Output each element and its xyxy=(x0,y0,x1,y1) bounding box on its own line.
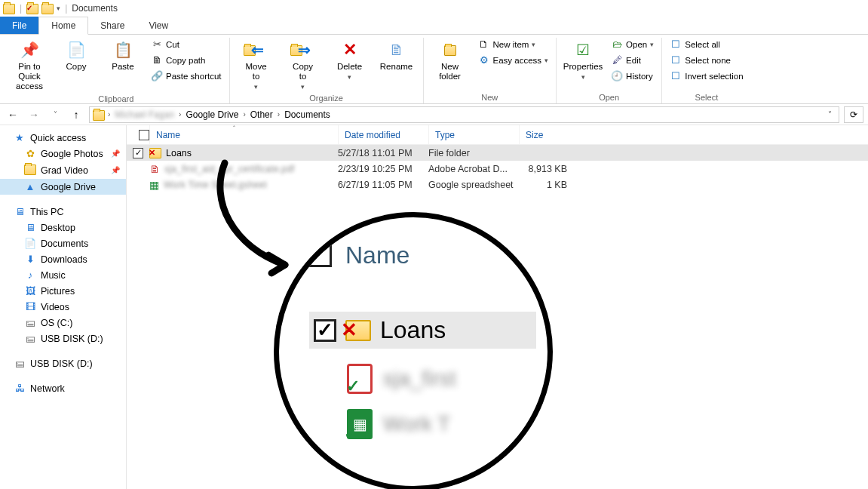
scissors-icon: ✂ xyxy=(151,38,163,50)
sidebar-usb-disk-2[interactable]: 🖴 USB DISK (D:) xyxy=(0,355,126,371)
sidebar-quick-access[interactable]: ★ Quick access xyxy=(0,130,126,146)
folder-icon xyxy=(24,164,36,177)
sidebar-google-drive[interactable]: ▲ Google Drive xyxy=(0,179,126,195)
sidebar-network[interactable]: 🖧 Network xyxy=(0,380,126,396)
copy-button[interactable]: 📄 Copy xyxy=(54,38,98,73)
paste-shortcut-button[interactable]: 🔗 Paste shortcut xyxy=(148,69,225,82)
nav-recent-button[interactable]: ˅ xyxy=(47,106,63,123)
sidebar-music[interactable]: ♪ Music xyxy=(0,267,126,283)
new-item-button[interactable]: 🗋 New item xyxy=(475,38,552,51)
breadcrumb-chev-0[interactable]: › xyxy=(105,110,113,118)
this-pc-icon: 🖥 xyxy=(14,206,26,217)
history-icon: 🕘 xyxy=(611,70,623,82)
row-checkbox[interactable] xyxy=(133,148,143,158)
ribbon-label-new: New xyxy=(428,91,552,103)
breadcrumb-other[interactable]: Other xyxy=(249,109,275,120)
select-all-button[interactable]: ☐ Select all xyxy=(667,38,746,51)
open-button[interactable]: 🗁 Open xyxy=(608,38,657,51)
invert-selection-button[interactable]: ☐ Invert selection xyxy=(667,69,746,82)
tab-home[interactable]: Home xyxy=(38,17,88,35)
disk-icon: 🖴 xyxy=(24,317,36,328)
music-icon: ♪ xyxy=(24,269,36,281)
usb-icon: 🖴 xyxy=(24,333,36,344)
edit-icon: 🖉 xyxy=(611,54,623,66)
row-date: 2/23/19 10:25 PM xyxy=(338,164,428,174)
column-header-date[interactable]: Date modified xyxy=(338,125,428,144)
column-header-type[interactable]: Type xyxy=(428,125,519,144)
move-to-icon xyxy=(244,39,268,60)
nav-up-button[interactable]: ↑ xyxy=(68,106,84,123)
cut-button[interactable]: ✂ Cut xyxy=(148,38,225,51)
row-type: Adobe Acrobat D... xyxy=(428,164,519,174)
sidebar-grad-video[interactable]: Grad Video 📌 xyxy=(0,161,126,179)
pin-icon: 📌 xyxy=(20,39,39,60)
pin-icon: 📌 xyxy=(111,166,120,174)
new-item-icon: 🗋 xyxy=(478,38,490,50)
sidebar-google-photos[interactable]: ✿ Google Photos 📌 xyxy=(0,146,126,161)
sidebar-pictures[interactable]: 🖼 Pictures xyxy=(0,283,126,299)
refresh-button[interactable]: ⟳ xyxy=(844,106,863,123)
google-photos-icon: ✿ xyxy=(24,148,36,159)
zoom-loans-label: Loans xyxy=(380,316,446,344)
rename-button[interactable]: 🗎 Rename xyxy=(375,38,419,73)
new-folder-button[interactable]: New folder xyxy=(428,38,472,83)
pin-to-quick-access-button[interactable]: 📌 Pin to Quick access xyxy=(8,38,51,93)
select-none-icon: ☐ xyxy=(670,54,682,66)
copy-path-icon: 🗎 xyxy=(151,54,163,66)
pdf-icon: 🗎 xyxy=(149,163,160,175)
edit-button[interactable]: 🖉 Edit xyxy=(608,54,657,66)
sidebar-downloads[interactable]: ⬇ Downloads xyxy=(0,251,126,267)
sidebar-desktop[interactable]: 🖥 Desktop xyxy=(0,220,126,235)
sidebar-this-pc[interactable]: 🖥 This PC xyxy=(0,204,126,220)
breadcrumb-chev-1[interactable]: › xyxy=(176,110,184,118)
copy-icon: 📄 xyxy=(67,39,86,60)
zoom-folder-error-icon xyxy=(345,320,371,341)
nav-forward-button[interactable]: → xyxy=(26,106,42,123)
rename-icon: 🗎 xyxy=(389,39,404,60)
address-bar[interactable]: › Michael Fagan › Google Drive › Other ›… xyxy=(89,106,839,123)
breadcrumb-documents[interactable]: Documents xyxy=(283,109,332,120)
paste-button[interactable]: 📋 Paste xyxy=(101,38,145,73)
column-headers: Name ˆ Date modified Type Size xyxy=(127,125,868,145)
column-header-checkbox[interactable] xyxy=(133,125,149,144)
sidebar-documents[interactable]: 📄 Documents xyxy=(0,235,126,251)
main-area: ★ Quick access ✿ Google Photos 📌 Grad Vi… xyxy=(0,125,868,489)
desktop-icon: 🖥 xyxy=(24,222,36,233)
title-sep-1: | xyxy=(18,3,23,14)
copy-to-button[interactable]: Copy to xyxy=(281,38,325,92)
ribbon-label-clipboard: Clipboard xyxy=(8,93,225,105)
sidebar-videos[interactable]: 🎞 Videos xyxy=(0,299,126,315)
delete-button[interactable]: ✕ Delete xyxy=(328,38,372,82)
pictures-icon: 🖼 xyxy=(24,285,36,297)
copy-path-button[interactable]: 🗎 Copy path xyxy=(148,54,225,66)
row-date: 5/27/18 11:01 PM xyxy=(338,148,428,158)
column-header-name[interactable]: Name ˆ xyxy=(149,125,338,144)
tab-view[interactable]: View xyxy=(136,17,180,34)
breadcrumb-chev-3[interactable]: › xyxy=(275,110,283,118)
select-none-button[interactable]: ☐ Select none xyxy=(667,54,746,66)
downloads-icon: ⬇ xyxy=(24,254,36,265)
select-all-checkbox[interactable] xyxy=(139,130,149,140)
history-button[interactable]: 🕘 History xyxy=(608,69,657,82)
row-name: Loans xyxy=(166,148,192,158)
nav-back-button[interactable]: ← xyxy=(5,106,21,123)
breadcrumb-user[interactable]: Michael Fagan xyxy=(113,109,176,120)
breadcrumb-chev-2[interactable]: › xyxy=(240,110,248,118)
row-type: Google spreadsheet xyxy=(428,180,519,190)
column-header-size[interactable]: Size xyxy=(519,125,573,144)
ribbon-label-organize: Organize xyxy=(235,92,419,104)
ribbon-group-organize: Move to Copy to ✕ Delete 🗎 Rename Organi… xyxy=(230,38,424,103)
tab-file[interactable]: File xyxy=(0,17,38,34)
qat-drop[interactable]: ▾ xyxy=(57,5,60,12)
ribbon-group-new: New folder 🗋 New item ⚙ Easy access New xyxy=(424,38,557,103)
sidebar-usb-disk-1[interactable]: 🖴 USB DISK (D:) xyxy=(0,331,126,346)
sidebar-os-c[interactable]: 🖴 OS (C:) xyxy=(0,315,126,331)
properties-button[interactable]: ☑ Properties xyxy=(561,38,605,82)
breadcrumb-google-drive[interactable]: Google Drive xyxy=(184,109,240,120)
move-to-button[interactable]: Move to xyxy=(235,38,278,92)
zoom-name-header: Name xyxy=(345,241,409,269)
zoom-column-header: Name xyxy=(309,241,536,269)
address-drop[interactable]: ˅ xyxy=(824,109,836,119)
tab-share[interactable]: Share xyxy=(88,17,136,34)
easy-access-button[interactable]: ⚙ Easy access xyxy=(475,54,552,66)
